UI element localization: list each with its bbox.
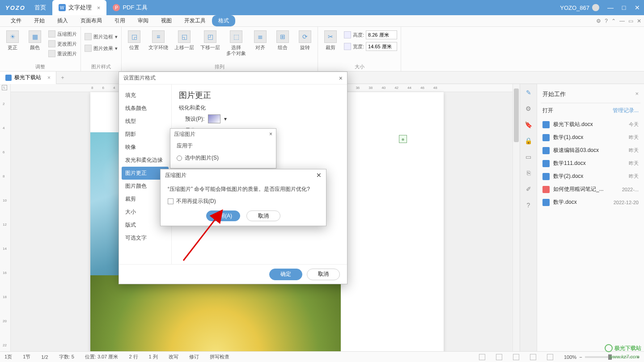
pic-border-button[interactable]: 图片边框▾ (85, 32, 118, 41)
view-draft-icon[interactable] (547, 354, 553, 360)
close-icon[interactable]: × (635, 90, 639, 97)
cancel-button[interactable]: 取消 (246, 210, 280, 221)
select-button[interactable]: ⬚选择 多个对象 (225, 29, 247, 58)
menu-references[interactable]: 引用 (108, 15, 131, 26)
watermark-icon (605, 344, 613, 352)
recent-file-item[interactable]: 如何使用糯词笔记_...2022-... (541, 183, 640, 196)
lock-tab-icon[interactable]: 🔒 (524, 136, 534, 146)
menu-file[interactable]: 文件 (4, 15, 28, 26)
maximize-button[interactable]: □ (617, 4, 631, 11)
close-icon[interactable]: ✕ (316, 172, 322, 179)
status-track[interactable]: 修订 (189, 354, 199, 360)
recent-file-item[interactable]: 数学(1).docx昨天 (541, 131, 640, 144)
group-button[interactable]: ⊞组合 (274, 29, 292, 52)
pic-effects-button[interactable]: 图片效果▾ (85, 44, 118, 53)
status-line[interactable]: 2 行 (129, 354, 138, 360)
min-icon[interactable]: — (619, 18, 625, 24)
close-icon[interactable]: ✕ (637, 18, 641, 24)
position-button[interactable]: ◲位置 (125, 29, 143, 52)
format-side-item[interactable]: 映像 (119, 141, 171, 154)
minimize-button[interactable]: — (604, 4, 617, 11)
status-page[interactable]: 1页 (4, 354, 12, 360)
doc-tab[interactable]: 极光下载站 × (0, 72, 56, 84)
menu-insert[interactable]: 插入 (51, 15, 74, 26)
tab-wordprocessor[interactable]: W 文字处理 × (52, 0, 107, 15)
ok-button[interactable]: 确定 (269, 269, 302, 280)
scrollbar-thumb[interactable] (514, 88, 519, 142)
recent-file-item[interactable]: 数学(2).docx昨天 (541, 170, 640, 183)
copy-tab-icon[interactable]: ⎘ (524, 168, 534, 178)
view-web-icon[interactable] (513, 354, 519, 360)
back-button[interactable]: ◰下移一层 (199, 29, 221, 52)
menu-review[interactable]: 审阅 (131, 15, 155, 26)
max-icon[interactable]: ▭ (628, 18, 633, 24)
user-label[interactable]: YOZO_867 (560, 4, 599, 11)
menu-home[interactable]: 开始 (28, 15, 51, 26)
format-side-item[interactable]: 线条颜色 (119, 102, 171, 115)
rotate-button[interactable]: ⟳旋转 (296, 29, 314, 52)
close-button[interactable]: ✕ (631, 4, 644, 11)
file-name: 如何使用糯词笔记_... (553, 185, 619, 193)
close-icon[interactable]: × (269, 131, 272, 137)
crop-button[interactable]: ✂裁剪 (322, 29, 339, 52)
tab-close-icon[interactable]: × (47, 75, 51, 81)
close-icon[interactable]: × (339, 75, 343, 82)
format-side-item[interactable]: 阴影 (119, 128, 171, 141)
view-read-icon[interactable] (496, 354, 502, 360)
width-input[interactable] (366, 42, 397, 51)
cancel-button[interactable]: 取消 (307, 269, 340, 280)
status-words[interactable]: 字数: 5 (59, 354, 74, 360)
menu-view[interactable]: 视图 (155, 15, 178, 26)
status-spell[interactable]: 拼写检查 (210, 354, 229, 360)
color-button[interactable]: ▦颜色 (26, 29, 44, 52)
recent-file-item[interactable]: 极光下载站.docx今天 (541, 118, 640, 131)
status-position[interactable]: 位置: 3.07 厘米 (85, 354, 119, 360)
menu-format[interactable]: 格式 (212, 15, 235, 26)
menu-devtools[interactable]: 开发工具 (178, 15, 212, 26)
help-icon[interactable]: ? (605, 18, 608, 24)
recent-file-item[interactable]: 极速编辑器03.docx昨天 (541, 144, 640, 157)
correction-button[interactable]: ☀更正 (4, 29, 21, 52)
status-pages[interactable]: 1/2 (41, 354, 48, 360)
height-input[interactable] (366, 30, 397, 39)
recent-file-item[interactable]: 数学.docx2022-12-20 (541, 196, 640, 209)
manage-records-link[interactable]: 管理记录... (613, 107, 639, 114)
dropdown-icon[interactable]: ▾ (224, 116, 227, 122)
format-side-item[interactable]: 填充 (119, 89, 171, 102)
wrap-button[interactable]: ≡文字环绕 (148, 29, 169, 52)
settings-tab-icon[interactable]: ⚙ (524, 104, 534, 114)
zoom-out-icon[interactable]: − (579, 354, 582, 360)
edit-tab-icon[interactable]: ✐ (524, 184, 534, 194)
preset-dropdown[interactable] (208, 114, 220, 123)
compress-pic-button[interactable]: 压缩图片 (48, 29, 77, 38)
dont-remind-checkbox[interactable]: 不用再提示我(D) (161, 196, 326, 207)
status-overwrite[interactable]: 改写 (169, 354, 178, 360)
options-icon[interactable]: ⚙ (596, 18, 601, 24)
collapse-ribbon-icon[interactable]: ⌃ (611, 18, 616, 24)
status-section[interactable]: 1节 (23, 354, 30, 360)
format-side-item[interactable]: 线型 (119, 115, 171, 128)
tab-home[interactable]: 首页 (28, 0, 52, 15)
image-flower[interactable] (90, 275, 341, 351)
recent-file-item[interactable]: 数学111.docx昨天 (541, 157, 640, 170)
bookmark-tab-icon[interactable]: 🔖 (524, 120, 534, 130)
open-tab-icon[interactable]: ✎ (524, 88, 534, 97)
reset-pic-button[interactable]: 重设图片 (48, 49, 77, 58)
radio-selected-picture[interactable]: 选中的图片(S) (177, 150, 270, 162)
format-side-item[interactable]: 发光和柔化边缘 (119, 154, 171, 167)
format-side-item[interactable]: 可选文字 (119, 232, 171, 244)
front-button[interactable]: ◱上移一层 (174, 29, 195, 52)
add-tab-button[interactable]: + (56, 75, 69, 81)
view-outline-icon[interactable] (530, 354, 536, 360)
change-pic-button[interactable]: 更改图片 (48, 39, 77, 48)
library-tab-icon[interactable]: ▭ (524, 152, 534, 162)
tab-pdf[interactable]: P PDF 工具 (106, 0, 154, 15)
help-tab-icon[interactable]: ? (524, 200, 534, 210)
menu-pagelayout[interactable]: 页面布局 (74, 15, 108, 26)
vertical-scrollbar[interactable] (513, 84, 520, 351)
status-col[interactable]: 1 列 (149, 354, 158, 360)
view-print-icon[interactable] (479, 354, 485, 360)
tab-close-icon[interactable]: × (97, 4, 101, 11)
apply-button[interactable]: 应用(A) (206, 210, 240, 221)
align-button[interactable]: ≣对齐 (251, 29, 269, 52)
